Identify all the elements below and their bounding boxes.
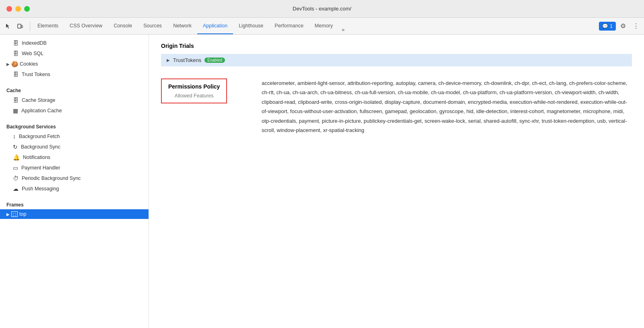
sidebar-item-payment-handler-label: Payment Handler xyxy=(21,165,60,171)
sidebar-item-background-sync[interactable]: ↻ Background Sync xyxy=(0,142,149,152)
tab-sources[interactable]: Sources xyxy=(138,18,167,34)
application-cache-icon: ▦ xyxy=(13,107,18,114)
sidebar-item-cookies[interactable]: ▶ 🍪 Cookies xyxy=(0,59,149,69)
chat-button[interactable]: 💬 1 xyxy=(599,22,616,31)
toolbar: Elements CSS Overview Console Sources Ne… xyxy=(0,18,644,35)
window-controls xyxy=(6,6,30,12)
sidebar-item-periodic-bg-sync-label: Periodic Background Sync xyxy=(22,175,81,181)
toolbar-icons xyxy=(2,21,26,32)
cursor-icon[interactable] xyxy=(2,21,14,32)
permissions-table: Permissions Policy Allowed Features acce… xyxy=(161,78,632,135)
background-sync-icon: ↻ xyxy=(13,144,18,150)
sidebar-item-notifications-label: Notifications xyxy=(23,155,50,160)
settings-button[interactable]: ⚙ xyxy=(617,21,629,32)
svg-rect-0 xyxy=(18,24,21,28)
toolbar-divider xyxy=(30,21,30,31)
trust-tokens-arrow-icon: ▶ xyxy=(167,58,170,62)
sidebar-item-payment-handler[interactable]: ▭ Payment Handler xyxy=(0,163,149,173)
sidebar-item-push-messaging[interactable]: ☁ Push Messaging xyxy=(0,184,149,194)
tab-css-overview[interactable]: CSS Overview xyxy=(64,18,108,34)
permissions-policy-title: Permissions Policy xyxy=(168,83,220,90)
sidebar-item-cookies-label: Cookies xyxy=(20,61,38,67)
sidebar-item-top-label: top xyxy=(19,211,26,217)
periodic-bg-sync-icon: ⏱ xyxy=(13,175,19,182)
device-toggle-icon[interactable] xyxy=(14,21,26,32)
cookies-arrow-icon: ▶ xyxy=(6,62,10,66)
chat-icon: 💬 xyxy=(602,23,608,29)
tabs: Elements CSS Overview Console Sources Ne… xyxy=(32,18,599,34)
sidebar-item-top-frame[interactable]: ▶ □ top xyxy=(0,209,149,219)
permissions-policy-section: Permissions Policy Allowed Features acce… xyxy=(149,70,644,143)
cache-storage-icon: 🗄 xyxy=(13,97,19,103)
sidebar-item-push-messaging-label: Push Messaging xyxy=(22,186,59,192)
enabled-badge: Enabled xyxy=(204,58,225,63)
tab-memory[interactable]: Memory xyxy=(309,18,339,34)
sidebar-item-periodic-bg-sync[interactable]: ⏱ Periodic Background Sync xyxy=(0,173,149,184)
sidebar-item-trust-tokens-label: Trust Tokens xyxy=(22,72,50,77)
sidebar-item-trust-tokens[interactable]: 🗄 Trust Tokens xyxy=(0,69,149,80)
sidebar-item-notifications[interactable]: 🔔 Notifications xyxy=(0,152,149,163)
maximize-button[interactable] xyxy=(24,6,30,12)
sidebar-item-cache-storage[interactable]: 🗄 Cache Storage xyxy=(0,95,149,105)
sidebar-item-web-sql[interactable]: 🗄 Web SQL xyxy=(0,48,149,59)
main-area: 🗄 IndexedDB 🗄 Web SQL ▶ 🍪 Cookies 🗄 Trus… xyxy=(0,35,644,328)
cookies-icon: 🍪 xyxy=(11,61,18,67)
tab-lighthouse[interactable]: Lighthouse xyxy=(233,18,269,34)
sidebar-item-indexed-db[interactable]: 🗄 IndexedDB xyxy=(0,38,149,48)
minimize-button[interactable] xyxy=(15,6,21,12)
background-fetch-icon: ↕ xyxy=(13,133,16,140)
frames-section-header: Frames xyxy=(0,198,149,209)
origin-trials-section: Origin Trials ▶ TrustTokens Enabled xyxy=(149,35,644,70)
sidebar-item-indexed-db-label: IndexedDB xyxy=(22,40,47,46)
trust-tokens-label: TrustTokens xyxy=(173,57,201,63)
origin-trials-title: Origin Trials xyxy=(161,43,632,49)
bg-services-section-header: Background Services xyxy=(0,120,149,131)
tab-performance[interactable]: Performance xyxy=(269,18,309,34)
sidebar: 🗄 IndexedDB 🗄 Web SQL ▶ 🍪 Cookies 🗄 Trus… xyxy=(0,35,149,328)
top-frame-icon: □ xyxy=(11,211,18,217)
permissions-label-col: Permissions Policy Allowed Features xyxy=(161,78,258,103)
close-button[interactable] xyxy=(6,6,12,12)
sidebar-item-application-cache[interactable]: ▦ Application Cache xyxy=(0,105,149,116)
web-sql-icon: 🗄 xyxy=(13,50,19,57)
sidebar-item-application-cache-label: Application Cache xyxy=(21,108,62,113)
allowed-features-text: accelerometer, ambient-light-sensor, att… xyxy=(258,78,632,135)
tab-elements[interactable]: Elements xyxy=(32,18,64,34)
permissions-box: Permissions Policy Allowed Features xyxy=(161,78,227,103)
sidebar-item-background-fetch-label: Background Fetch xyxy=(19,134,60,139)
tab-console[interactable]: Console xyxy=(108,18,138,34)
settings-icon: ⚙ xyxy=(620,22,626,30)
more-tabs-button[interactable]: » xyxy=(339,25,348,34)
push-messaging-icon: ☁ xyxy=(13,186,19,192)
allowed-features-label: Allowed Features xyxy=(168,93,220,99)
window-title: DevTools - example.com/ xyxy=(293,6,351,12)
toolbar-right: 💬 1 ⚙ ⋮ xyxy=(599,21,642,32)
tab-application[interactable]: Application xyxy=(197,18,233,34)
sidebar-item-cache-storage-label: Cache Storage xyxy=(22,97,55,103)
sidebar-item-background-fetch[interactable]: ↕ Background Fetch xyxy=(0,131,149,142)
payment-handler-icon: ▭ xyxy=(13,165,18,171)
sidebar-item-background-sync-label: Background Sync xyxy=(21,144,60,150)
svg-rect-1 xyxy=(21,25,23,28)
chat-count: 1 xyxy=(610,23,613,29)
top-frame-arrow-icon: ▶ xyxy=(6,212,10,217)
content-panel: Origin Trials ▶ TrustTokens Enabled Perm… xyxy=(149,35,644,328)
notifications-icon: 🔔 xyxy=(13,154,20,161)
titlebar: DevTools - example.com/ xyxy=(0,0,644,18)
indexed-db-icon: 🗄 xyxy=(13,40,19,46)
trust-tokens-row[interactable]: ▶ TrustTokens Enabled xyxy=(161,54,632,66)
cache-section-header: Cache xyxy=(0,84,149,95)
more-options-button[interactable]: ⋮ xyxy=(630,21,642,32)
tab-network[interactable]: Network xyxy=(167,18,197,34)
sidebar-item-web-sql-label: Web SQL xyxy=(22,51,43,56)
trust-tokens-icon: 🗄 xyxy=(13,71,19,78)
more-vert-icon: ⋮ xyxy=(633,22,639,30)
